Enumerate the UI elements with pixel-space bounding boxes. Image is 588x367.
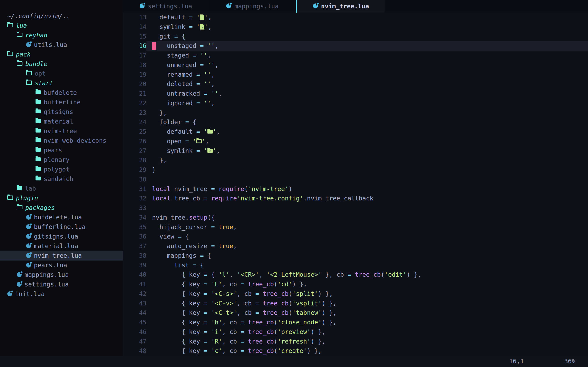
folder-filled-icon xyxy=(35,129,41,133)
code-line-41[interactable]: 41 { key = 'L', cb = tree_cb('cd') }, xyxy=(123,280,588,289)
code-line-24[interactable]: 24 folder = { xyxy=(123,117,588,127)
code-line-18[interactable]: 18 unmerged = '', xyxy=(123,60,588,70)
tree-item-reyhan[interactable]: reyhan xyxy=(0,31,123,40)
code-line-32[interactable]: 32local tree_cb = require'nvim-tree.conf… xyxy=(123,194,588,203)
tab-nvim_tree.lua[interactable]: nvim_tree.lua xyxy=(297,0,385,13)
tree-item-opt[interactable]: opt xyxy=(0,69,123,78)
tree-root-path[interactable]: ~/.config/nvim/.. xyxy=(0,11,123,21)
tree-item-label: packages xyxy=(25,203,55,213)
code-line-37[interactable]: 37 auto_resize = true, xyxy=(123,242,588,251)
folder-filled-icon xyxy=(35,167,41,171)
code-line-40[interactable]: 40 { key = { 'l', '<CR>', '<2-LeftMouse>… xyxy=(123,270,588,280)
code-line-33[interactable]: 33 xyxy=(123,203,588,213)
line-number: 42 xyxy=(123,289,146,299)
tree-item-settings.lua[interactable]: settings.lua xyxy=(0,280,123,289)
code-line-25[interactable]: 25 default = '', xyxy=(123,127,588,137)
lua-icon xyxy=(226,3,231,8)
code-line-26[interactable]: 26 open = '', xyxy=(123,137,588,146)
tree-item-init.lua[interactable]: init.lua xyxy=(0,289,123,299)
code-line-44[interactable]: 44 { key = '<C-t>', cb = tree_cb('tabnew… xyxy=(123,308,588,318)
tree-item-packages[interactable]: packages xyxy=(0,203,123,213)
tabline: settings.luamappings.luanvim_tree.lua xyxy=(123,0,588,13)
tree-item-bufdelete.lua[interactable]: bufdelete.lua xyxy=(0,213,123,222)
tree-item-label: lua xyxy=(16,21,27,31)
line-text: { key = 'R', cb = tree_cb('refresh') }, xyxy=(146,337,588,346)
code-editor[interactable]: 13 default = '',14 symlink = '',15 git =… xyxy=(123,13,588,356)
tree-item-bufferline[interactable]: bufferline xyxy=(0,98,123,107)
code-line-43[interactable]: 43 { key = '<C-v>', cb = tree_cb('vsplit… xyxy=(123,299,588,308)
line-number: 20 xyxy=(123,79,146,89)
tree-item-material.lua[interactable]: material.lua xyxy=(0,242,123,251)
code-line-28[interactable]: 28 }, xyxy=(123,156,588,165)
code-line-38[interactable]: 38 mappings = { xyxy=(123,251,588,261)
code-line-16[interactable]: 16 unstaged = '', xyxy=(123,41,588,51)
code-line-27[interactable]: 27 symlink = '', xyxy=(123,146,588,156)
tree-item-material[interactable]: material xyxy=(0,117,123,126)
tab-mappings.lua[interactable]: mappings.lua xyxy=(209,0,296,13)
tree-item-lua[interactable]: lua xyxy=(0,21,123,31)
code-line-14[interactable]: 14 symlink = '', xyxy=(123,22,588,32)
code-line-30[interactable]: 30 xyxy=(123,175,588,184)
code-line-23[interactable]: 23 }, xyxy=(123,108,588,118)
tree-item-nvim_tree.lua[interactable]: nvim_tree.lua xyxy=(0,251,123,261)
tree-item-pack[interactable]: pack xyxy=(0,50,123,59)
code-line-35[interactable]: 35 hijack_cursor = true, xyxy=(123,222,588,232)
line-text: ignored = '', xyxy=(146,99,588,108)
tree-item-gitsigns.lua[interactable]: gitsigns.lua xyxy=(0,232,123,242)
code-line-42[interactable]: 42 { key = '<C-s>', cb = tree_cb('split'… xyxy=(123,289,588,299)
code-buffer: 13 default = '',14 symlink = '',15 git =… xyxy=(123,13,588,356)
tree-item-label: plugin xyxy=(16,193,38,203)
tree-item-mappings.lua[interactable]: mappings.lua xyxy=(0,270,123,280)
line-text: local tree_cb = require'nvim-tree.config… xyxy=(146,194,588,203)
tree-item-nvim-web-devicons[interactable]: nvim-web-devicons xyxy=(0,136,123,146)
tree-item-pears.lua[interactable]: pears.lua xyxy=(0,261,123,270)
code-line-31[interactable]: 31local nvim_tree = require('nvim-tree') xyxy=(123,184,588,194)
tree-item-utils.lua[interactable]: utils.lua xyxy=(0,40,123,50)
folder-default-icon xyxy=(208,130,213,133)
code-line-13[interactable]: 13 default = '', xyxy=(123,13,588,22)
line-number: 34 xyxy=(123,213,146,222)
code-line-21[interactable]: 21 untracked = '', xyxy=(123,89,588,99)
tree-item-label: opt xyxy=(35,69,46,78)
tree-item-sandwich[interactable]: sandwich xyxy=(0,174,123,184)
tab-settings.lua[interactable]: settings.lua xyxy=(123,0,209,13)
folder-open-icon xyxy=(7,23,13,27)
lua-icon xyxy=(7,291,12,296)
code-line-15[interactable]: 15 git = { xyxy=(123,32,588,42)
code-line-48[interactable]: 48 { key = 'c', cb = tree_cb('create') }… xyxy=(123,346,588,356)
tree-item-gitsigns[interactable]: gitsigns xyxy=(0,107,123,117)
tree-item-bundle[interactable]: bundle xyxy=(0,59,123,69)
code-line-22[interactable]: 22 ignored = '', xyxy=(123,99,588,108)
tree-item-start[interactable]: start xyxy=(0,78,123,88)
tree-item-bufferline.lua[interactable]: bufferline.lua xyxy=(0,222,123,232)
line-number: 29 xyxy=(123,165,146,175)
code-line-47[interactable]: 47 { key = 'R', cb = tree_cb('refresh') … xyxy=(123,337,588,346)
tree-item-label: pack xyxy=(16,50,31,59)
code-line-17[interactable]: 17 staged = '', xyxy=(123,51,588,60)
tree-item-plugin[interactable]: plugin xyxy=(0,193,123,203)
line-text: renamed = '', xyxy=(146,70,588,80)
code-line-20[interactable]: 20 deleted = '', xyxy=(123,79,588,89)
code-line-29[interactable]: 29} xyxy=(123,165,588,175)
line-text: { key = '<C-s>', cb = tree_cb('split') }… xyxy=(146,289,588,299)
line-text: local nvim_tree = require('nvim-tree') xyxy=(146,184,588,194)
code-line-45[interactable]: 45 { key = 'h', cb = tree_cb('close_node… xyxy=(123,318,588,327)
tree-item-nvim-tree[interactable]: nvim-tree xyxy=(0,126,123,136)
code-line-36[interactable]: 36 view = { xyxy=(123,232,588,242)
tree-item-plenary[interactable]: plenary xyxy=(0,155,123,165)
folder-filled-icon xyxy=(17,186,22,190)
tree-item-lab[interactable]: lab xyxy=(0,184,123,193)
tree-item-label: gitsigns xyxy=(44,107,73,117)
lua-icon xyxy=(26,253,31,258)
tree-item-polygot[interactable]: polygot xyxy=(0,165,123,174)
code-line-34[interactable]: 34nvim_tree.setup({ xyxy=(123,213,588,222)
nvim-tree-sidebar: ~/.config/nvim/.. luareyhanutils.luapack… xyxy=(0,0,123,356)
tree-item-pears[interactable]: pears xyxy=(0,146,123,155)
code-line-39[interactable]: 39 list = { xyxy=(123,261,588,270)
tree-item-label: lab xyxy=(25,184,36,193)
tree-item-label: material.lua xyxy=(34,242,78,251)
code-line-19[interactable]: 19 renamed = '', xyxy=(123,70,588,80)
tree-item-bufdelete[interactable]: bufdelete xyxy=(0,88,123,98)
code-line-46[interactable]: 46 { key = 'i', cb = tree_cb('preview') … xyxy=(123,327,588,337)
folder-filled-icon xyxy=(35,100,41,104)
